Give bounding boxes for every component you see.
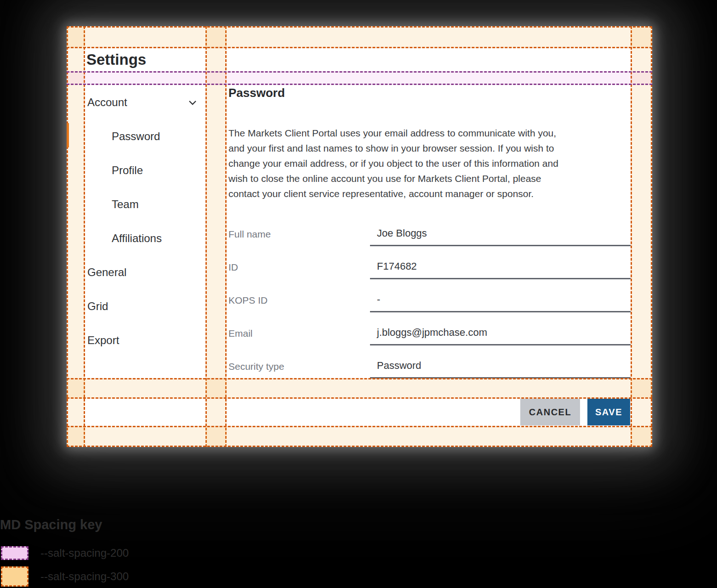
full-name-label: Full name	[228, 229, 271, 240]
description-line: change your email address, or if you obj…	[228, 156, 633, 171]
kops-id-field[interactable]: -	[370, 294, 631, 312]
spacing-overlay-right-column	[631, 26, 652, 447]
kops-id-label: KOPS ID	[228, 295, 267, 306]
spacing-200-label: --salt-spacing-200	[40, 546, 129, 560]
spacing-overlay-middle-column	[205, 26, 227, 447]
form-row: Email j.bloggs@jpmchase.com	[228, 322, 631, 345]
spacing-overlay-bottom-row	[67, 426, 652, 447]
form-row: Security type Password	[228, 355, 631, 379]
active-item-indicator	[67, 123, 69, 147]
spacing-200-swatch	[1, 546, 28, 560]
security-type-label: Security type	[228, 361, 284, 372]
save-button[interactable]: SAVE	[587, 399, 630, 425]
section-heading: Password	[228, 86, 285, 100]
full-name-field[interactable]: Joe Bloggs	[370, 227, 631, 246]
spacing-300-label: --salt-spacing-300	[40, 570, 129, 583]
dialog-title: Settings	[86, 50, 146, 69]
sidebar-item-account[interactable]: Account	[87, 91, 127, 113]
id-label: ID	[228, 262, 238, 273]
sidebar-item-team[interactable]: Team	[112, 193, 139, 215]
form-row: Full name Joe Bloggs	[228, 222, 631, 246]
description-line: The Markets Client Portal uses your emai…	[228, 125, 633, 141]
spacing-overlay-above-buttons-row	[67, 378, 652, 399]
description-line: contact your client service representati…	[228, 186, 633, 201]
sidebar-item-export[interactable]: Export	[87, 329, 119, 351]
legend-title: MD Spacing key	[0, 517, 102, 532]
security-type-field[interactable]: Password	[370, 360, 631, 379]
spacing-overlay-left-column	[67, 26, 85, 447]
sidebar-item-password[interactable]: Password	[112, 125, 160, 147]
email-label: Email	[228, 328, 253, 339]
sidebar-item-profile[interactable]: Profile	[112, 159, 143, 181]
spacing-overlay-top-row	[67, 26, 652, 48]
spacing-overlay-under-title-row	[67, 71, 652, 85]
form-row: ID F174682	[228, 255, 631, 279]
spacing-300-swatch	[1, 566, 28, 587]
description-line: wish to close the online account you use…	[228, 171, 633, 186]
description-text: The Markets Client Portal uses your emai…	[228, 125, 633, 201]
form-row: KOPS ID -	[228, 288, 631, 312]
sidebar-item-general[interactable]: General	[87, 261, 126, 283]
email-field[interactable]: j.bloggs@jpmchase.com	[370, 327, 631, 345]
description-line: and your first and last names to show in…	[228, 141, 633, 156]
settings-dialog: Settings Account Password Profile Team A…	[67, 26, 652, 447]
sidebar-item-grid[interactable]: Grid	[87, 295, 108, 317]
sidebar-item-affiliations[interactable]: Affiliations	[112, 227, 162, 249]
chevron-down-icon[interactable]	[187, 97, 198, 108]
id-field[interactable]: F174682	[370, 260, 631, 279]
cancel-button[interactable]: CANCEL	[520, 399, 580, 425]
